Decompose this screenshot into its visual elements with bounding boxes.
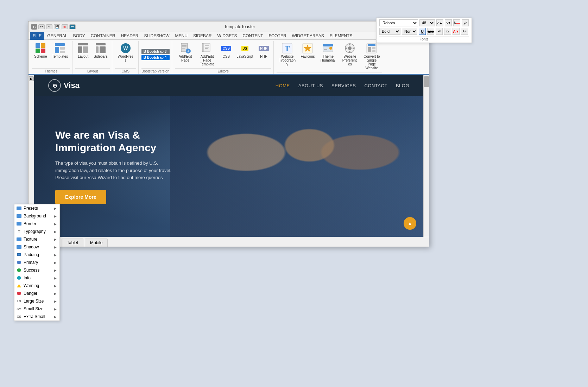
javascript-btn[interactable]: JS JavaScript — [235, 41, 255, 60]
nav-link-about[interactable]: ABOUT US — [298, 83, 323, 88]
menu-file[interactable]: FILE — [30, 32, 44, 40]
svg-rect-43 — [372, 50, 375, 52]
website-typography-btn[interactable]: T Website Typography — [277, 41, 298, 68]
font-color-btn[interactable]: A — [453, 19, 460, 26]
right-scrollbar[interactable] — [423, 75, 429, 237]
font-style-select[interactable]: Bold — [379, 28, 400, 35]
svg-rect-12 — [96, 46, 99, 53]
cm-typography[interactable]: T Typography ▶ — [14, 228, 59, 235]
bootstrap4-btn[interactable]: B Bootstrap 4 — [141, 55, 170, 60]
cm-small-size[interactable]: SM Small Size ▶ — [14, 305, 59, 313]
cm-large-size[interactable]: LG Large Size ▶ — [14, 297, 59, 305]
menu-widget-areas[interactable]: WIDGET AREAS — [289, 32, 327, 40]
font-color2-btn[interactable]: A▼ — [453, 28, 460, 35]
font-increase-btn[interactable]: A▲ — [436, 19, 443, 26]
scrollbar-thumb[interactable] — [424, 76, 429, 87]
cm-texture[interactable]: Texture ▶ — [14, 235, 59, 243]
cm-primary[interactable]: Primary ▶ — [14, 259, 59, 266]
menu-widgets[interactable]: WIDGETS — [215, 32, 240, 40]
cm-warning-icon — [16, 283, 22, 288]
sidebars-btn[interactable]: Sidebars — [91, 41, 109, 60]
tab-tablet[interactable]: Tablet — [62, 239, 83, 247]
cm-background-arrow: ▶ — [54, 214, 57, 218]
cm-warning[interactable]: Warning ▶ — [14, 282, 59, 290]
cm-typography-icon: T — [16, 229, 22, 234]
wp-btn[interactable]: W — [69, 24, 76, 29]
superscript-btn[interactable]: x² — [436, 28, 443, 35]
cm-success[interactable]: Success ▶ — [14, 266, 59, 274]
website-preferences-btn[interactable]: Website Preferences — [339, 41, 360, 68]
strikethrough-btn[interactable]: abc — [427, 28, 434, 35]
menu-container[interactable]: CONTAINER — [88, 32, 118, 40]
cm-extra-small[interactable]: XS Extra Small ▶ — [14, 313, 59, 321]
scroll-up-btn[interactable]: ▲ — [404, 217, 416, 230]
tab-mobile[interactable]: Mobile — [85, 239, 108, 247]
app-icon: Tt — [31, 24, 37, 30]
scroll-expand-btn[interactable]: ▶ — [29, 76, 34, 81]
svg-text:+: + — [187, 49, 189, 53]
font-highlight-btn[interactable]: 🖍 — [462, 19, 469, 26]
svg-point-31 — [329, 47, 332, 50]
menu-content[interactable]: CONTENT — [240, 32, 266, 40]
sidebars-label: Sidebars — [94, 55, 107, 58]
font-family-select[interactable]: Roboto — [379, 19, 418, 26]
bootstrap-group-label: Bootstrap Version — [141, 68, 170, 73]
cm-shadow-icon — [16, 245, 22, 249]
add-edit-page-template-btn[interactable]: Add/Edit Page Template — [197, 41, 218, 68]
hero-cta-btn[interactable]: Explore More — [55, 190, 106, 204]
website-tools-items: T Website Typography Favicons — [277, 41, 382, 71]
cm-success-label: Success — [24, 268, 52, 273]
scheme-btn[interactable]: Scheme — [32, 41, 49, 60]
font-decrease-btn[interactable]: A▼ — [445, 19, 452, 26]
cm-warning-label: Warning — [24, 283, 52, 288]
templates-btn[interactable]: Templates — [50, 41, 70, 60]
menu-slideshow[interactable]: SLIDESHOW — [141, 32, 172, 40]
browser-btn[interactable]: ◉ — [62, 24, 68, 29]
cm-presets[interactable]: Presets ▶ — [14, 204, 59, 212]
menu-body[interactable]: BODY — [70, 32, 88, 40]
add-edit-page-template-label: Add/Edit Page Template — [199, 55, 216, 66]
php-btn[interactable]: PHP PHP — [256, 41, 271, 60]
php-icon: PHP — [258, 43, 269, 54]
layout-btn[interactable]: Layout — [75, 41, 91, 60]
favicons-btn[interactable]: Favicons — [298, 41, 317, 60]
font-format-btn[interactable]: A≡ — [461, 28, 468, 35]
font-size-select[interactable]: 48 — [419, 19, 435, 26]
menu-header[interactable]: HEADER — [118, 32, 141, 40]
cm-typography-label: Typography — [24, 229, 52, 234]
cm-small-size-icon: SM — [16, 306, 22, 311]
menu-menu[interactable]: MENU — [172, 32, 190, 40]
cm-background[interactable]: Background ▶ — [14, 212, 59, 220]
nav-link-blog[interactable]: BLOG — [396, 83, 409, 88]
cm-shadow[interactable]: Shadow ▶ — [14, 243, 59, 251]
undo-btn[interactable]: ↩ — [38, 24, 45, 29]
cm-info[interactable]: Info ▶ — [14, 274, 59, 282]
nav-link-services[interactable]: SERVICES — [331, 83, 356, 88]
add-edit-page-btn[interactable]: + Add/Edit Page — [175, 41, 196, 64]
menu-elements[interactable]: ELEMENTS — [327, 32, 355, 40]
cm-danger[interactable]: Danger ▶ — [14, 290, 59, 297]
nav-link-home[interactable]: HOME — [276, 83, 290, 88]
svg-rect-30 — [323, 44, 333, 46]
theme-thumbnail-btn[interactable]: Theme Thumbnail — [317, 41, 339, 64]
wordpress-btn[interactable]: W WordPress — [115, 41, 136, 64]
menu-footer[interactable]: FOOTER — [266, 32, 289, 40]
font-decoration-select[interactable]: None — [402, 28, 417, 35]
css-btn[interactable]: CSS CSS — [219, 41, 234, 60]
menu-sidebar[interactable]: SIDEBAR — [190, 32, 215, 40]
redo-btn[interactable]: ↪ — [46, 24, 52, 29]
bootstrap3-btn[interactable]: B Bootstrap 3 — [141, 49, 170, 54]
svg-rect-41 — [368, 47, 371, 52]
svg-rect-8 — [78, 43, 88, 45]
cm-danger-arrow: ▶ — [54, 292, 57, 296]
convert-to-single-page-btn[interactable]: Convert to Single Page Website — [361, 41, 382, 71]
menu-general[interactable]: GENERAL — [44, 32, 70, 40]
cm-padding[interactable]: Padding ▶ — [14, 251, 59, 259]
save-btn[interactable]: 💾 — [54, 24, 60, 29]
underline-btn[interactable]: U — [419, 28, 426, 35]
subscript-btn[interactable]: x₂ — [444, 28, 451, 35]
cm-border[interactable]: Border ▶ — [14, 220, 59, 228]
ribbon-group-cms: W WordPress CMS — [113, 41, 139, 74]
svg-rect-38 — [353, 48, 354, 49]
nav-link-contact[interactable]: CONTACT — [365, 83, 387, 88]
